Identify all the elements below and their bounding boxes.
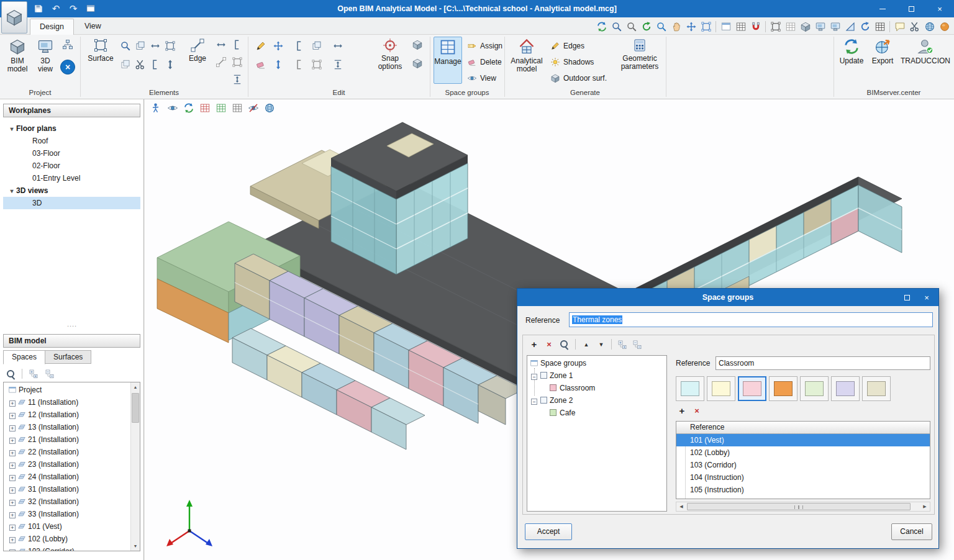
expand-icon[interactable]: + xyxy=(9,413,16,419)
geometric-parameters-button[interactable]: Geometric parameters xyxy=(618,37,661,71)
cut-icon[interactable] xyxy=(907,19,922,34)
expand-icon[interactable]: + xyxy=(9,500,16,506)
resize-surface-icon[interactable] xyxy=(149,40,161,52)
expand-icon[interactable]: + xyxy=(9,512,16,518)
workplanes-group-3d-views[interactable]: ▾3D views xyxy=(3,184,140,197)
collapse-all-button[interactable] xyxy=(631,338,643,350)
color-swatch-button[interactable] xyxy=(862,376,891,401)
tab-design[interactable]: Design xyxy=(30,19,74,35)
tree-root[interactable]: Space groups xyxy=(527,357,666,369)
pixel-icon[interactable] xyxy=(798,19,812,34)
save-button[interactable] xyxy=(32,2,45,15)
view-spacegroups-button[interactable]: View xyxy=(467,72,496,84)
bim-item[interactable]: +101 (Vest) xyxy=(4,520,130,533)
bim-item[interactable]: +102 (Lobby) xyxy=(4,533,130,545)
texture-icon[interactable] xyxy=(719,19,733,34)
reference-input[interactable]: Thermal zones xyxy=(569,312,933,327)
move-up-button[interactable]: ▲ xyxy=(580,338,593,350)
align-surfaces-icon[interactable] xyxy=(134,40,147,52)
scroll-down-icon[interactable]: ▼ xyxy=(131,541,140,551)
edge-button[interactable]: Edge xyxy=(184,37,211,63)
delete-button[interactable]: Delete xyxy=(467,56,502,68)
rotate-icon[interactable] xyxy=(858,19,872,34)
fillet-icon[interactable] xyxy=(231,56,243,68)
expand-icon[interactable]: + xyxy=(9,549,16,551)
edge-extend-icon[interactable] xyxy=(215,56,227,68)
color-swatch-button[interactable] xyxy=(831,376,860,401)
bim-model-button[interactable]: BIM model xyxy=(4,37,31,73)
snap-box-icon[interactable] xyxy=(411,57,424,70)
bim-item[interactable]: +12 (Installation) xyxy=(4,409,130,421)
update-button[interactable]: Update xyxy=(837,37,866,65)
expand-icon[interactable]: + xyxy=(9,425,16,431)
sphere-view-icon[interactable] xyxy=(263,102,276,114)
table-row-selected[interactable]: 101 (Vest) xyxy=(676,434,930,446)
expand-all-button[interactable] xyxy=(616,338,629,350)
close-button[interactable]: × xyxy=(925,0,954,17)
scroll-up-icon[interactable]: ▲ xyxy=(131,382,140,392)
visibility-icon[interactable] xyxy=(166,102,179,114)
workplane-item-01-entry-level[interactable]: 01-Entry Level xyxy=(3,172,140,184)
expand-icon[interactable]: + xyxy=(9,400,16,407)
zoom-surface-icon[interactable] xyxy=(119,40,132,52)
web-icon[interactable] xyxy=(922,19,937,34)
erase-icon[interactable] xyxy=(255,58,267,71)
table-row[interactable]: 102 (Lobby) xyxy=(676,446,930,459)
panel-splitter[interactable]: .... xyxy=(0,320,144,328)
redo-button[interactable]: ↷ xyxy=(67,2,80,15)
scroll-left-icon[interactable]: ◀ xyxy=(676,502,686,511)
bim-item[interactable]: +23 (Installation) xyxy=(4,458,130,471)
frame-icon[interactable] xyxy=(768,19,783,34)
undo-button[interactable]: ↶ xyxy=(50,2,62,15)
color-swatch-button[interactable] xyxy=(800,376,829,401)
dialog-close-button[interactable]: × xyxy=(916,289,937,306)
scrollbar-thumb[interactable] xyxy=(132,393,139,423)
color-swatch-button[interactable] xyxy=(707,376,735,401)
grid-icon[interactable] xyxy=(783,19,797,34)
orbit-view-icon[interactable] xyxy=(182,102,196,114)
app-menu-button[interactable] xyxy=(1,1,27,34)
split-surface-icon[interactable] xyxy=(149,58,161,71)
dialog-titlebar[interactable]: Space groups × xyxy=(517,289,938,306)
close-model-button[interactable]: × xyxy=(60,60,75,75)
orbit-icon[interactable] xyxy=(594,19,609,34)
bim-item[interactable]: +103 (Corridor) xyxy=(4,545,130,551)
table-row[interactable]: 105 (Instruction) xyxy=(676,484,930,496)
move-down-button[interactable]: ▼ xyxy=(595,338,607,350)
surface-button[interactable]: Surface xyxy=(84,37,117,63)
trim-surface-icon[interactable] xyxy=(134,58,147,71)
minimize-button[interactable] xyxy=(868,0,897,17)
bim-item[interactable]: +13 (Installation) xyxy=(4,421,130,433)
bim-root-project[interactable]: Project xyxy=(4,384,130,396)
workplane-item-3d[interactable]: 3D xyxy=(3,197,140,209)
expand-icon[interactable]: + xyxy=(9,487,16,494)
zones-visibility-icon[interactable] xyxy=(214,102,228,114)
collapse-icon[interactable]: − xyxy=(531,374,537,380)
table-row[interactable]: 103 (Corridor) xyxy=(676,459,930,471)
tab-view[interactable]: View xyxy=(75,19,111,35)
width-icon[interactable] xyxy=(332,40,344,52)
fullscreen-icon[interactable] xyxy=(699,19,713,34)
join-icon[interactable] xyxy=(293,58,306,71)
setsquare-icon[interactable] xyxy=(843,19,857,34)
3d-view-button[interactable]: 3D view xyxy=(32,37,58,73)
table-row[interactable]: 104 (Instruction) xyxy=(676,471,930,484)
search-icon[interactable] xyxy=(6,369,16,379)
workplane-item-03-floor[interactable]: 03-Floor xyxy=(3,147,140,160)
walk-icon[interactable] xyxy=(150,102,163,114)
outdoor-surfaces-button[interactable]: Outdoor surf. xyxy=(550,72,607,84)
expand-icon[interactable]: + xyxy=(9,475,16,481)
redraw-icon[interactable] xyxy=(639,19,653,34)
remove-space-button[interactable]: × xyxy=(691,405,703,417)
tab-spaces[interactable]: Spaces xyxy=(3,350,45,364)
expand-tree-icon[interactable] xyxy=(29,369,39,379)
snap-3d-icon[interactable] xyxy=(411,38,424,51)
shadows-button[interactable]: Shadows xyxy=(550,56,594,68)
accept-button[interactable]: Accept xyxy=(525,523,572,540)
color-swatch-button-selected[interactable] xyxy=(738,376,766,401)
display-icon[interactable] xyxy=(828,19,842,34)
center-view-icon[interactable] xyxy=(684,19,698,34)
tree-space[interactable]: Cafe xyxy=(527,407,666,419)
move-icon[interactable] xyxy=(272,40,284,52)
monitor-icon[interactable] xyxy=(813,19,827,34)
